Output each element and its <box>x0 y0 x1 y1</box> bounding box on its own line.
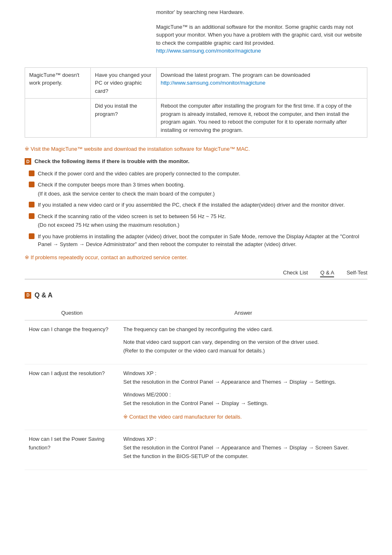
resolution-note: ※ Contact the video card manufacturer fo… <box>123 413 363 421</box>
bullet-icon <box>29 202 35 207</box>
answer-block: The frequency can be changed by reconfig… <box>123 325 363 334</box>
contact-manufacturer-link[interactable]: ※ Contact the video card manufacturer fo… <box>123 414 242 420</box>
table-row: MagicTune™ doesn't work properly. Have y… <box>25 67 367 99</box>
answer-block: Note that video card support can vary, d… <box>123 338 363 355</box>
note2-text: ※ If problems repeatedly occur, contact … <box>25 254 188 260</box>
bullet-text: Check if the computer beeps more than 3 … <box>38 181 367 198</box>
qa-answer-frequency: The frequency can be changed by reconfig… <box>119 320 367 364</box>
note1: ※ Visit the MagicTune™ website and downl… <box>25 145 367 153</box>
magictune-block: MagicTune™ is an additional software for… <box>156 23 367 55</box>
qa-row-powersaving: How can I set the Power Saving function?… <box>25 430 367 470</box>
bullet-item: If you installed a new video card or if … <box>29 201 367 209</box>
troubleshoot-table: MagicTune™ doesn't work properly. Have y… <box>25 67 367 138</box>
answer-block: Windows XP : Set the resolution in the C… <box>123 369 363 387</box>
magictune-link1[interactable]: http://www.samsung.com/monitor/magictune <box>156 48 261 54</box>
bullet-item: Check if the computer beeps more than 3 … <box>29 181 367 198</box>
magictune-link2[interactable]: http://www.samsung.com/monitor/magictune <box>161 80 265 86</box>
magictune-text1: MagicTune™ is an additional software for… <box>156 24 362 46</box>
qa-row-frequency: How can I change the frequency? The freq… <box>25 320 367 364</box>
qa-answer-resolution: Windows XP : Set the resolution in the C… <box>119 364 367 430</box>
cause-cell2: Did you install the program? <box>91 99 157 138</box>
note1-text: ※ Visit the MagicTune™ website and downl… <box>25 146 250 152</box>
qa-title: Q & A <box>35 292 53 299</box>
problem-cell-empty <box>25 99 91 138</box>
bullet-text: If you have problems in installing the a… <box>38 233 367 249</box>
check-section-header: D Check the following items if there is … <box>25 158 367 165</box>
bullet-text: Check if the power cord and the video ca… <box>38 170 367 178</box>
qa-question-resolution: How can I adjust the resolution? <box>25 364 119 430</box>
bullet-icon <box>29 182 35 187</box>
bullet-text: If you installed a new video card or if … <box>38 201 367 209</box>
qa-section-header: D Q & A <box>25 292 367 299</box>
cause-cell: Have you changed your PC or video graphi… <box>91 67 157 99</box>
tab-selftest[interactable]: Self-Test <box>346 269 367 277</box>
qa-table: Question Answer How can I change the fre… <box>25 307 367 470</box>
tab-qa[interactable]: Q & A <box>320 269 334 277</box>
bullet-icon <box>29 213 35 219</box>
nav-tabs: Check List Q & A Self-Test <box>25 269 367 279</box>
bullet-item: Check if the power cord and the video ca… <box>29 170 367 178</box>
qa-row-resolution: How can I adjust the resolution? Windows… <box>25 364 367 430</box>
qa-question-frequency: How can I change the frequency? <box>25 320 119 364</box>
table-row: Did you install the program? Reboot the … <box>25 99 367 138</box>
qa-col-answer: Answer <box>119 307 367 320</box>
solution-cell2: Reboot the computer after installing the… <box>157 99 367 138</box>
tab-checklist[interactable]: Check List <box>283 269 308 277</box>
note2: ※ If problems repeatedly occur, contact … <box>25 253 367 262</box>
bullet-icon <box>29 233 35 239</box>
monitor-text: monitor' by searching new Hardware. <box>156 8 367 16</box>
qa-answer-powersaving: Windows XP : Set the resolution in the C… <box>119 430 367 470</box>
bullet-icon <box>29 170 35 176</box>
bullet-text: Check if the scanning ratio of the video… <box>38 212 367 229</box>
qa-icon: D <box>25 292 31 299</box>
answer-block: Windows ME/2000 : Set the resolution in … <box>123 391 363 408</box>
problem-cell: MagicTune™ doesn't work properly. <box>25 67 91 99</box>
qa-table-header-row: Question Answer <box>25 307 367 320</box>
bullet-list: Check if the power cord and the video ca… <box>29 170 367 249</box>
check-icon: D <box>25 158 31 165</box>
qa-question-powersaving: How can I set the Power Saving function? <box>25 430 119 470</box>
bullet-item: If you have problems in installing the a… <box>29 233 367 249</box>
check-header-text: Check the following items if there is tr… <box>35 158 189 164</box>
solution-cell: Download the latest program. The program… <box>157 67 367 99</box>
bullet-item: Check if the scanning ratio of the video… <box>29 212 367 229</box>
qa-col-question: Question <box>25 307 119 320</box>
answer-block: Windows XP : Set the resolution in the C… <box>123 435 363 461</box>
